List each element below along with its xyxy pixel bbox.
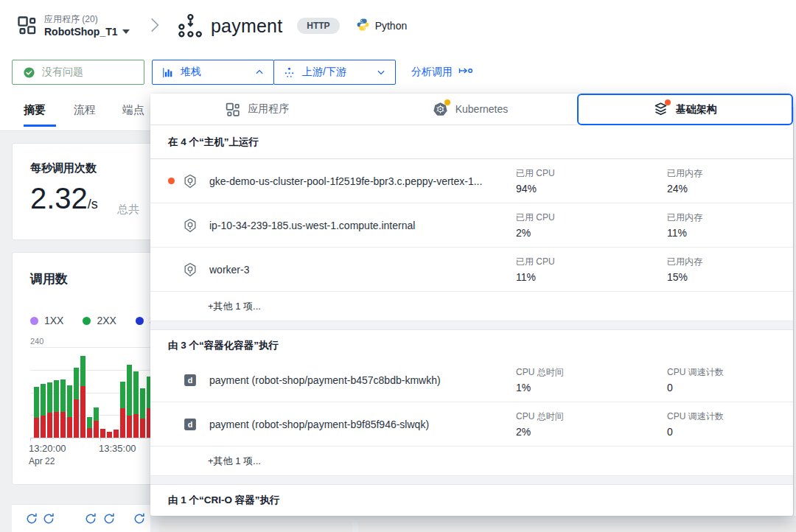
metric-1: 已用 CPU2% bbox=[516, 211, 555, 239]
bar-segment-red bbox=[74, 399, 79, 438]
refresh-loop-icon[interactable] bbox=[84, 512, 97, 525]
metric-1-value: 94% bbox=[516, 183, 555, 195]
metric-1-label: 已用 CPU bbox=[516, 211, 555, 224]
bar-chart-icon bbox=[161, 66, 174, 79]
legend-dot-icon bbox=[83, 317, 91, 325]
show-more-link[interactable]: +其他 1 项... bbox=[150, 447, 793, 476]
stacked-bar bbox=[54, 380, 59, 438]
section-header: 由 3 个“容器化容器”执行 bbox=[150, 330, 793, 358]
bar-segment-red bbox=[120, 408, 125, 438]
chart-title: 调用数 bbox=[30, 270, 68, 287]
flow-dots-icon bbox=[283, 66, 296, 79]
host-icon bbox=[183, 174, 198, 189]
no-issues-button[interactable]: 没有问题 bbox=[12, 60, 144, 85]
metric-2-value: 15% bbox=[667, 271, 702, 283]
stacked-bar bbox=[133, 371, 139, 438]
bottom-icon-strip bbox=[12, 504, 150, 532]
entity-name: payment (robot-shop/payment-b457c8bdb-km… bbox=[209, 374, 441, 386]
application-selector[interactable]: 应用程序 (20) RobotShop_T1 bbox=[16, 12, 130, 38]
right-edge-card-sliver bbox=[793, 107, 796, 516]
panel-tabs: 应用程序Kubernetes基础架构 bbox=[150, 94, 793, 125]
bar-segment-red bbox=[41, 416, 46, 438]
active-tab-underline bbox=[24, 125, 56, 127]
entity-row[interactable]: worker-3已用 CPU11%已用内存15% bbox=[150, 248, 793, 292]
upstream-downstream-button[interactable]: 上游/下游 bbox=[273, 60, 396, 85]
stack-button[interactable]: 堆栈 bbox=[152, 60, 274, 85]
panel-tab-applications[interactable]: 应用程序 bbox=[150, 94, 363, 125]
metric-1-label: CPU 总时间 bbox=[516, 410, 564, 423]
upstream-downstream-label: 上游/下游 bbox=[302, 66, 346, 79]
application-count-label: 应用程序 (20) bbox=[44, 14, 98, 24]
refresh-loop-icon[interactable] bbox=[25, 512, 38, 525]
refresh-loop-icon[interactable] bbox=[42, 512, 55, 525]
kubernetes-icon bbox=[433, 102, 448, 117]
legend-dot-icon bbox=[136, 317, 144, 325]
entity-row[interactable]: dpayment (robot-shop/payment-b9f85f946-s… bbox=[150, 402, 793, 447]
chevron-up-icon bbox=[254, 67, 265, 77]
bar-segment-green bbox=[74, 368, 79, 399]
stacked-bar bbox=[60, 379, 66, 438]
metric-2-value: 24% bbox=[667, 183, 702, 195]
stacked-bar bbox=[67, 385, 72, 438]
tab-endpoints[interactable]: 端点 bbox=[122, 103, 144, 117]
metric-2: 已用内存11% bbox=[667, 211, 702, 239]
panel-tab-label: Kubernetes bbox=[455, 103, 509, 115]
bar-segment-green bbox=[94, 407, 99, 421]
entity-row[interactable]: ip-10-34-239-185.us-west-1.compute.inter… bbox=[150, 203, 793, 248]
svg-text:d: d bbox=[188, 376, 193, 385]
metric-1-label: 已用 CPU bbox=[516, 256, 555, 268]
bar-segment-green bbox=[54, 380, 59, 412]
section-header: 在 4 个“主机”上运行 bbox=[150, 125, 793, 159]
stacked-bar bbox=[47, 382, 52, 438]
alert-dot-column bbox=[168, 178, 183, 184]
bar-segment-red bbox=[67, 417, 72, 438]
metric-2-value: 0 bbox=[667, 426, 724, 438]
stacked-bar bbox=[74, 368, 79, 438]
section-separator bbox=[150, 476, 793, 485]
show-more-link[interactable]: +其他 1 项... bbox=[150, 292, 793, 321]
metric-2-label: CPU 调速计数 bbox=[667, 410, 724, 423]
section-separator bbox=[150, 321, 793, 330]
x-axis-tick bbox=[30, 438, 31, 441]
docker-icon: d bbox=[183, 373, 198, 388]
bar-segment-red bbox=[127, 416, 132, 438]
host-icon bbox=[183, 262, 198, 277]
cps-total-label: 总共 bbox=[117, 203, 139, 217]
x-tick-label: 13:35:00 bbox=[99, 443, 136, 454]
metric-2-label: 已用内存 bbox=[667, 256, 702, 268]
bar-segment-green bbox=[80, 356, 85, 386]
background-card-top bbox=[159, 521, 352, 532]
legend-label: 2XX bbox=[97, 315, 116, 326]
panel-tab-kubernetes[interactable]: Kubernetes bbox=[363, 94, 576, 125]
metric-2: 已用内存24% bbox=[667, 167, 702, 195]
tab-flows[interactable]: 流程 bbox=[74, 103, 96, 117]
entity-row[interactable]: dpayment (robot-shop/payment-b457c8bdb-k… bbox=[150, 358, 793, 402]
metric-1: 已用 CPU94% bbox=[516, 167, 555, 195]
no-issues-label: 没有问题 bbox=[42, 66, 83, 79]
cps-card-title: 每秒调用次数 bbox=[30, 161, 97, 175]
python-icon bbox=[356, 18, 370, 34]
toolbar: 没有问题 堆栈 上游/下游 分析调用 bbox=[0, 60, 796, 85]
y-axis-max-label: 240 bbox=[30, 337, 43, 346]
layers-icon bbox=[653, 102, 668, 117]
entity-name: gke-demo-us-cluster-pool-1f2519fe-bpr3.c… bbox=[209, 175, 482, 187]
stack-dropdown-panel: 应用程序Kubernetes基础架构 在 4 个“主机”上运行gke-demo-… bbox=[150, 94, 793, 516]
analyze-calls-link[interactable]: 分析调用 bbox=[411, 65, 473, 79]
arrow-to-circle-icon bbox=[458, 65, 473, 79]
metric-2-label: 已用内存 bbox=[667, 167, 702, 180]
bar-segment-green bbox=[133, 371, 139, 413]
metric-2-value: 11% bbox=[667, 227, 702, 239]
refresh-loop-icon[interactable] bbox=[102, 512, 116, 525]
cps-value: 2.32/s bbox=[30, 182, 98, 215]
metric-1-value: 2% bbox=[516, 426, 564, 438]
metric-1-label: CPU 总时间 bbox=[516, 366, 564, 379]
section-header: 由 1 个“CRI-O 容器”执行 bbox=[150, 485, 793, 513]
panel-tab-infrastructure[interactable]: 基础架构 bbox=[577, 94, 793, 125]
entity-row[interactable]: gke-demo-us-cluster-pool-1f2519fe-bpr3.c… bbox=[150, 159, 793, 203]
bar-segment-red bbox=[94, 421, 99, 438]
tab-summary[interactable]: 摘要 bbox=[24, 103, 46, 117]
apps-icon bbox=[225, 102, 240, 117]
refresh-loop-icon[interactable] bbox=[133, 512, 146, 525]
bar-segment-green bbox=[60, 379, 66, 412]
applications-icon bbox=[16, 15, 37, 35]
